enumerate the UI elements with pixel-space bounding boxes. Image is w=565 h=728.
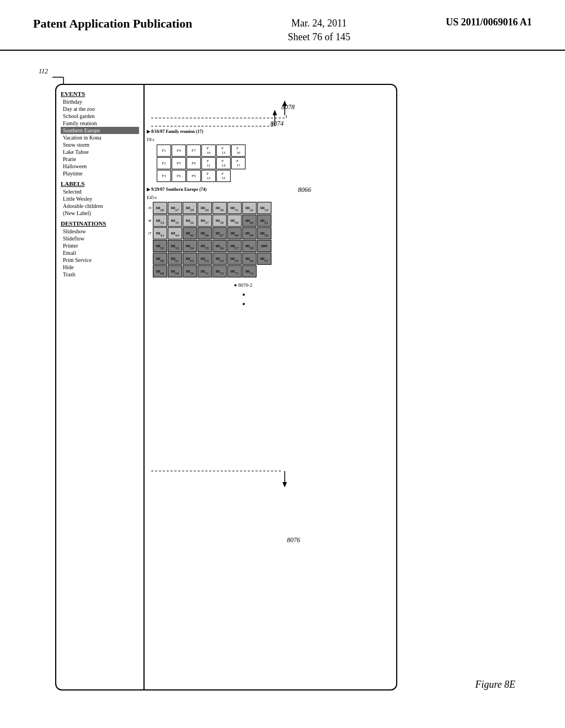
sidebar-little-wesley[interactable]: Little Wesley — [61, 195, 139, 202]
sidebar-birthday[interactable]: Birthday — [61, 98, 139, 105]
cell-E27: Ш27 — [168, 202, 182, 214]
sidebar-selected[interactable]: Selected — [61, 188, 139, 195]
sidebar-slideflow[interactable]: Slideflow — [61, 235, 139, 242]
sidebar-playtime[interactable]: Playtime — [61, 170, 139, 177]
sidebar-zoo[interactable]: Day at the zoo — [61, 105, 139, 113]
cell-E61: Ш61 — [168, 253, 182, 265]
svg-marker-16 — [282, 482, 287, 488]
cell-F3: F3 — [157, 170, 171, 182]
header-title: Patent Application Publication — [33, 17, 192, 31]
ref-8078-label: 8078 — [281, 103, 295, 111]
event2-header: ▶ 9/29/07 Southern Europe (74) — [147, 187, 207, 192]
sidebar-slideshow[interactable]: Slideshow — [61, 228, 139, 235]
cell-F13: F13 — [216, 144, 231, 157]
europe-row6: Ш68 Ш69 Ш70 Ш71 Ш72 Ш73 Ш74 — [147, 265, 257, 277]
bullet2: ● — [242, 301, 245, 307]
cell-F16: F16 — [231, 144, 246, 157]
cell-F5: F5 — [172, 157, 186, 169]
sidebar-southern[interactable]: Southern Europe — [61, 127, 139, 134]
europe-row4: Ш52 Ш53 Ш54 Ш55 Ш56 Ш57 Ш58 Ш5 — [147, 240, 271, 252]
cell-E68: Ш68 — [153, 265, 167, 277]
sidebar-halloween[interactable]: Halloween — [61, 163, 139, 170]
figure-label: Figure 8E — [475, 679, 515, 690]
ref-8066-label: 8066 — [298, 186, 311, 194]
cell-E70: Ш70 — [183, 265, 197, 277]
cell-E71: Ш71 — [198, 265, 212, 277]
cell-E35: Ш35 — [168, 215, 182, 227]
sidebar-school[interactable]: School garden — [61, 113, 139, 120]
sidebar-printer[interactable]: Printer — [61, 242, 139, 249]
cell-F2: F2 — [157, 157, 171, 169]
cell-F9: F9 — [186, 170, 201, 182]
ref-8076-label: 8076 — [287, 536, 300, 544]
family-row2: F2 F5 F8 F11 F14 F17 — [157, 157, 246, 169]
cell-E67: Ш67 — [257, 253, 271, 265]
cell-E63: Ш63 — [198, 253, 212, 265]
destinations-title: DESTINATIONS — [61, 220, 139, 227]
cell-E38: Ш38 — [212, 215, 227, 227]
cell-F8: F8 — [186, 157, 201, 169]
cell-E32: Ш32 — [242, 202, 257, 214]
cell-E53: Ш53 — [168, 240, 182, 252]
sidebar-print-service[interactable]: Print Service — [61, 256, 139, 264]
sidebar-email[interactable]: Email — [61, 249, 139, 256]
cell-F7: F7 — [186, 144, 201, 157]
diagram-area: 112 EVENTS Birthday Day at the zoo — [33, 67, 532, 713]
cell-E31: Ш31 — [227, 202, 242, 214]
cell-E43: Ш43 — [153, 227, 167, 239]
cell-E56: Ш56 — [212, 240, 227, 252]
sidebar-hide[interactable]: Hide — [61, 264, 139, 271]
cell-E33: Ш33 — [257, 202, 271, 214]
cell-F15: F15 — [216, 170, 231, 182]
cell-E45: Ш45 — [183, 227, 197, 239]
ref-112: 112 — [39, 67, 48, 76]
bullet1: ● — [242, 292, 245, 297]
cell-E26: Ш26 — [153, 202, 167, 214]
europe-row2: :6 Ш34 Ш35 Ш36 Ш37 Ш38 Ш39 Ш40 Ш41 — [147, 215, 271, 227]
cell-E59: Ш5 — [257, 240, 271, 252]
cell-E58: Ш58 — [242, 240, 257, 252]
europe-row-label1: :5 Ш26 Ш27 Ш28 Ш29 Ш30 Ш31 Ш32 Ш33 — [147, 202, 271, 214]
cell-E34: Ш34 — [153, 215, 167, 227]
cell-E72: Ш72 — [212, 265, 227, 277]
cell-E39: Ш39 — [227, 215, 242, 227]
cell-E37: Ш37 — [198, 215, 212, 227]
sidebar-snow[interactable]: Snow storm — [61, 141, 139, 148]
cell-F4: F4 — [172, 144, 186, 157]
cell-E48: Ш48 — [227, 227, 242, 239]
cell-E49: Ш49 — [242, 227, 257, 239]
main-content: 112 EVENTS Birthday Day at the zoo — [0, 51, 565, 728]
svg-marker-8 — [273, 110, 277, 115]
header-date: Mar. 24, 2011 Sheet 76 of 145 — [287, 17, 350, 44]
sidebar-new-label[interactable]: (New Label) — [61, 210, 139, 217]
cell-E62: Ш62 — [183, 253, 197, 265]
header-patent: US 2011/0069016 A1 — [446, 17, 532, 28]
labels-title: LABELS — [61, 180, 139, 187]
family-row3: F3 F6 F9 F12 F15 — [157, 170, 231, 182]
cell-E54: Ш54 — [183, 240, 197, 252]
sidebar-trash[interactable]: Trash — [61, 271, 139, 278]
cell-E66: Ш66 — [242, 253, 257, 265]
sidebar-tahoe[interactable]: Lake Tahoe — [61, 148, 139, 156]
sidebar-family[interactable]: Family reunion — [61, 120, 139, 127]
event1-rowref: F8-r — [147, 137, 154, 142]
family-row1: F1 F4 F7 F10 F13 F16 — [157, 144, 246, 157]
cell-E64: Ш64 — [212, 253, 227, 265]
cell-F17: F17 — [231, 157, 246, 169]
cell-E30: Ш30 — [212, 202, 227, 214]
sidebar-adorable[interactable]: Adorable children — [61, 202, 139, 210]
cell-E44: Ш44 — [168, 227, 182, 239]
event1-header: ▶ 8/16/07 Family reunion (17) — [147, 129, 203, 134]
page-header: Patent Application Publication Mar. 24, … — [0, 0, 565, 51]
sidebar-kona[interactable]: Vacation in Kona — [61, 134, 139, 141]
cell-E50: Ш50 — [257, 227, 271, 239]
cell-E46: Ш46 — [198, 227, 212, 239]
cell-E29: Ш29 — [198, 202, 212, 214]
cell-E47: Ш47 — [212, 227, 227, 239]
sidebar-prarie[interactable]: Prarie — [61, 156, 139, 163]
event2-rowref: E45-r — [147, 195, 157, 200]
ref-8070-2: ● 8070-2 — [234, 282, 252, 288]
cell-F12: F12 — [201, 170, 216, 182]
cell-E65: Ш65 — [227, 253, 242, 265]
cell-E40: Ш40 — [242, 215, 257, 227]
